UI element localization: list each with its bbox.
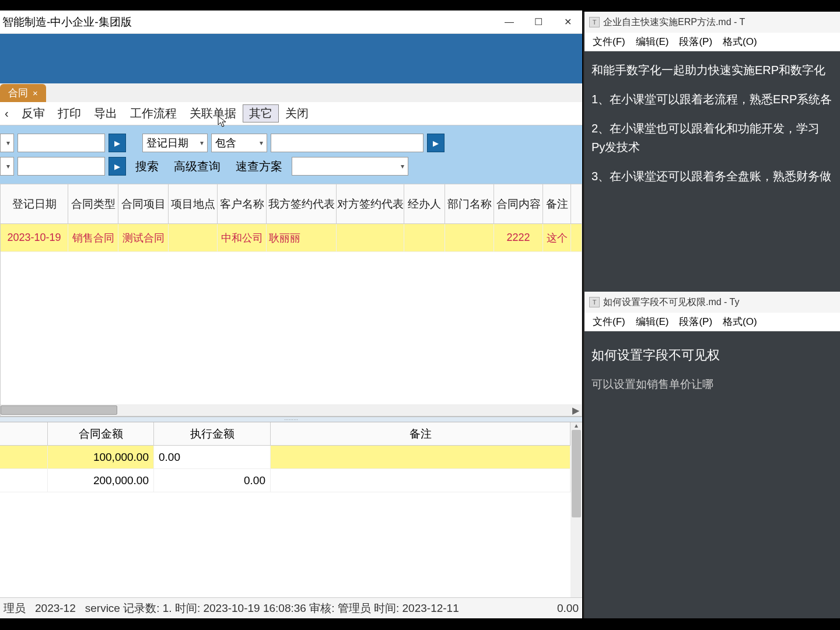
detail-remark <box>271 469 570 492</box>
detail-idx <box>0 469 48 492</box>
side-window-1: T 企业自主快速实施ERP方法.md - T 文件(F) 编辑(E) 段落(P)… <box>583 12 840 292</box>
quick-plan-select[interactable]: ▾ <box>292 157 408 176</box>
toolbar-other[interactable]: 其它 <box>243 104 279 123</box>
menu-file[interactable]: 文件(F) <box>588 34 630 50</box>
side1-menubar: 文件(F) 编辑(E) 段落(P) 格式(O) <box>584 33 840 51</box>
close-button[interactable]: ✕ <box>553 10 582 34</box>
grid-row[interactable]: 2023-10-19 销售合同 测试合同 中和公司 耿丽丽 2222 这个 <box>1 224 582 252</box>
filter-go-b[interactable] <box>427 134 444 152</box>
statusbar: 理员 2023-12 service 记录数: 1. 时间: 2023-10-1… <box>0 597 582 618</box>
maximize-button[interactable]: ☐ <box>524 10 553 34</box>
filter-value-a[interactable] <box>18 134 105 152</box>
filter-value-c[interactable] <box>18 157 105 176</box>
filter-field-label: 登记日期 <box>146 136 188 150</box>
detail-row[interactable]: 100,000.00 0.00 <box>0 446 570 469</box>
v-scrollbar[interactable]: ▲ <box>570 422 582 597</box>
menu-edit[interactable]: 编辑(E) <box>631 34 674 50</box>
toolbar-related[interactable]: 关联单据 <box>183 104 243 123</box>
v-scroll-thumb[interactable] <box>572 430 581 517</box>
filter-op-label: 包含 <box>215 136 236 150</box>
side1-p3: 2、在小课堂也可以跟着化和功能开发，学习Py发技术 <box>592 119 833 156</box>
col-ourrep[interactable]: 我方签约代表 <box>267 184 337 223</box>
chevron-down-icon: ▾ <box>401 162 404 170</box>
h-scrollbar[interactable]: ▶ <box>1 404 582 416</box>
scroll-right-icon[interactable]: ▶ <box>570 405 582 416</box>
status-info: service 记录数: 1. 时间: 2023-10-19 16:08:36 … <box>85 601 459 616</box>
toolbar-print[interactable]: 打印 <box>51 104 88 123</box>
toolbar: ‹ 反审 打印 导出 工作流程 关联单据 其它 关闭 <box>0 102 582 125</box>
filter-field-select[interactable]: 登记日期 ▾ <box>142 134 208 152</box>
col-location[interactable]: 项目地点 <box>169 184 218 223</box>
toolbar-partial[interactable]: ‹ <box>4 106 15 121</box>
filter-field-c[interactable]: ▾ <box>0 157 14 176</box>
col-project[interactable]: 合同项目 <box>118 184 169 223</box>
cell-handler <box>404 224 445 251</box>
side2-content[interactable]: 如何设置字段不可见权 可以设置如销售单价让哪 <box>584 331 840 618</box>
toolbar-workflow[interactable]: 工作流程 <box>124 104 183 123</box>
menu-format[interactable]: 格式(O) <box>718 314 762 330</box>
filter-value-b[interactable] <box>271 134 424 152</box>
side1-content[interactable]: 和能手数字化一起助力快速实施ERP和数字化 1、在小课堂可以跟着老流程，熟悉ER… <box>584 51 840 292</box>
side1-p1: 和能手数字化一起助力快速实施ERP和数字化 <box>592 61 833 79</box>
detail-header: 合同金额 执行金额 备注 <box>0 422 570 446</box>
detail-amount: 100,000.00 <box>48 446 154 468</box>
side2-title: 如何设置字段不可见权限.md - Ty <box>603 296 740 309</box>
app-icon: T <box>589 17 600 27</box>
cell-remark: 这个 <box>543 224 571 251</box>
tab-contract[interactable]: 合同 × <box>0 84 46 102</box>
menu-paragraph[interactable]: 段落(P) <box>674 34 717 50</box>
adv-search-button[interactable]: 高级查询 <box>168 159 226 174</box>
titlebar: 智能制造-中小企业-集团版 — ☐ ✕ <box>0 10 582 34</box>
detail-col-idx[interactable] <box>0 422 48 445</box>
detail-col-exec[interactable]: 执行金额 <box>154 422 271 445</box>
menu-edit[interactable]: 编辑(E) <box>631 314 674 330</box>
side-window-2: T 如何设置字段不可见权限.md - Ty 文件(F) 编辑(E) 段落(P) … <box>583 292 840 618</box>
toolbar-export[interactable]: 导出 <box>88 104 124 123</box>
minimize-button[interactable]: — <box>495 10 524 34</box>
side1-p2: 1、在小课堂可以跟着老流程，熟悉ERP系统各 <box>592 90 833 108</box>
cell-type: 销售合同 <box>68 224 118 251</box>
h-scroll-thumb[interactable] <box>1 405 117 415</box>
col-date[interactable]: 登记日期 <box>1 184 68 223</box>
tab-strip: 合同 × <box>0 83 582 102</box>
menu-format[interactable]: 格式(O) <box>718 34 762 50</box>
toolbar-fanshen[interactable]: 反审 <box>15 104 51 123</box>
cell-project: 测试合同 <box>118 224 169 251</box>
chevron-down-icon: ▾ <box>260 139 263 147</box>
side1-title: 企业自主快速实施ERP方法.md - T <box>603 16 745 29</box>
filter-field-a[interactable]: ▾ <box>0 134 14 152</box>
splitter[interactable]: ⋯⋯⋯ <box>0 416 582 422</box>
tab-close-icon[interactable]: × <box>33 88 38 98</box>
cell-content: 2222 <box>494 224 543 251</box>
search-button[interactable]: 搜索 <box>130 159 164 174</box>
detail-row[interactable]: 200,000.00 0.00 <box>0 469 570 492</box>
cell-dept <box>445 224 494 251</box>
window-title: 智能制造-中小企业-集团版 <box>2 15 132 30</box>
detail-remark <box>271 446 570 468</box>
detail-grid: 合同金额 执行金额 备注 100,000.00 0.00 200,000.00 … <box>0 422 582 597</box>
filter-go-a[interactable] <box>108 134 126 152</box>
chevron-down-icon: ▾ <box>200 139 204 147</box>
side1-p4: 3、在小课堂还可以跟着务全盘账，熟悉财务做 <box>592 167 833 186</box>
filter-area: ▾ 登记日期 ▾ 包含 ▾ ▾ 搜索 高级查询 速查方案 ▾ <box>0 125 582 184</box>
cell-theirrep <box>337 224 404 251</box>
menu-paragraph[interactable]: 段落(P) <box>674 314 717 330</box>
cell-location <box>169 224 218 251</box>
status-user: 理员 <box>4 601 26 616</box>
col-customer[interactable]: 客户名称 <box>218 184 267 223</box>
toolbar-close[interactable]: 关闭 <box>279 104 315 123</box>
col-remark[interactable]: 备注 <box>543 184 571 223</box>
status-num: 0.00 <box>557 602 579 615</box>
col-dept[interactable]: 部门名称 <box>445 184 494 223</box>
detail-col-remark[interactable]: 备注 <box>271 422 570 445</box>
detail-col-amount[interactable]: 合同金额 <box>48 422 154 445</box>
col-handler[interactable]: 经办人 <box>404 184 445 223</box>
filter-go-c[interactable] <box>108 157 126 176</box>
col-theirrep[interactable]: 对方签约代表 <box>337 184 404 223</box>
menu-file[interactable]: 文件(F) <box>588 314 630 330</box>
chevron-down-icon: ▾ <box>6 162 10 170</box>
filter-op-select[interactable]: 包含 ▾ <box>211 134 267 152</box>
col-type[interactable]: 合同类型 <box>68 184 118 223</box>
col-content[interactable]: 合同内容 <box>494 184 543 223</box>
chevron-down-icon: ▾ <box>6 139 10 147</box>
